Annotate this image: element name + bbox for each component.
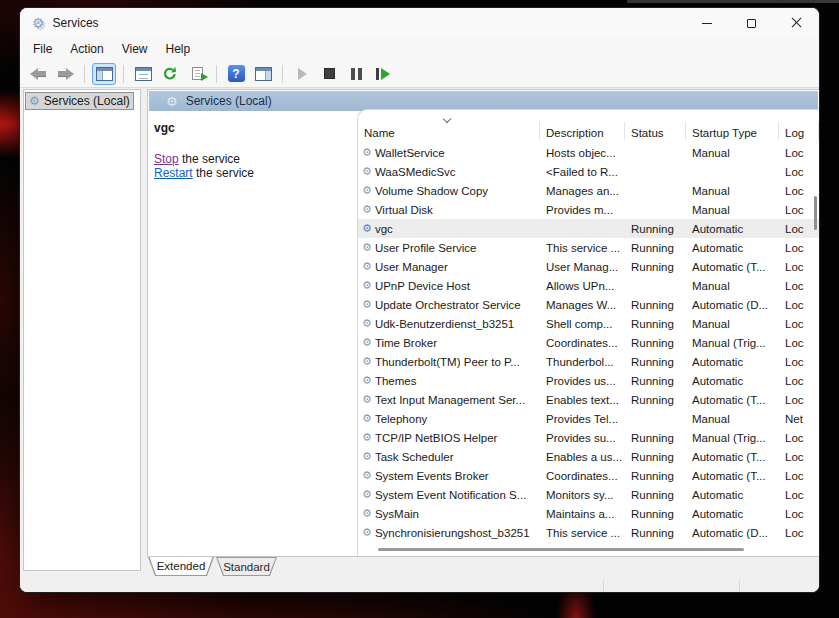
services-gear-icon: ⚙ — [29, 95, 40, 107]
minimize-icon — [702, 23, 712, 24]
service-startup-type: Automatic — [686, 242, 779, 254]
service-gear-icon: ⚙ — [362, 261, 372, 272]
stop-service-link[interactable]: Stop — [154, 152, 179, 166]
service-name: Volume Shadow Copy — [375, 185, 488, 197]
service-name: WalletService — [375, 147, 445, 159]
toolbar-separator — [84, 65, 85, 83]
table-row[interactable]: ⚙Udk-Benutzerdienst_b3251 Shell comp... … — [358, 314, 819, 333]
vertical-scrollbar[interactable] — [814, 196, 817, 230]
service-startup-type: Manual — [686, 413, 779, 425]
toolbar-separator — [123, 65, 124, 83]
table-row[interactable]: ⚙System Events Broker Coordinates... Run… — [358, 466, 819, 485]
table-row[interactable]: ⚙Task Scheduler Enables a us... Running … — [358, 447, 819, 466]
table-row[interactable]: ⚙WalletService Hosts objec... Manual Loc — [358, 143, 819, 162]
service-log-on-as: Loc — [779, 280, 819, 292]
restart-icon — [376, 68, 390, 80]
service-gear-icon: ⚙ — [362, 451, 372, 462]
service-name: UPnP Device Host — [375, 280, 470, 292]
service-description: Coordinates... — [540, 337, 625, 349]
services-window: ⚙ Services File Action View Help — [19, 7, 820, 593]
start-service-button[interactable] — [290, 63, 314, 85]
desktop-background: ⚙ Services File Action View Help — [0, 0, 839, 618]
maximize-button[interactable] — [729, 8, 774, 38]
service-log-on-as: Loc — [779, 147, 819, 159]
refresh-button[interactable] — [158, 63, 182, 85]
table-row[interactable]: ⚙SysMain Maintains a... Running Automati… — [358, 504, 819, 523]
show-console-tree-toggle[interactable] — [92, 63, 116, 85]
forward-button[interactable] — [53, 63, 77, 85]
service-description: Manages an... — [540, 185, 625, 197]
menu-file[interactable]: File — [24, 39, 61, 59]
service-description: Shell comp... — [540, 318, 625, 330]
service-description: Provides su... — [540, 432, 625, 444]
table-row[interactable]: ⚙Synchronisierungshost_b3251 This servic… — [358, 523, 819, 542]
selected-service-name: vgc — [154, 121, 354, 135]
panel-header-title: Services (Local) — [186, 94, 272, 108]
table-row[interactable]: ⚙Time Broker Coordinates... Running Manu… — [358, 333, 819, 352]
table-row[interactable]: ⚙Thunderbolt(TM) Peer to P... Thunderbol… — [358, 352, 819, 371]
table-row[interactable]: ⚙User Manager User Manag... Running Auto… — [358, 257, 819, 276]
service-name: User Manager — [375, 261, 448, 273]
stop-service-button[interactable] — [317, 63, 341, 85]
service-status: Running — [625, 337, 686, 349]
service-log-on-as: Loc — [779, 242, 819, 254]
show-action-pane-toggle[interactable] — [251, 63, 275, 85]
pause-service-button[interactable] — [344, 63, 368, 85]
tab-standard[interactable]: Standard — [216, 557, 277, 576]
column-header-status[interactable]: Status — [625, 110, 686, 143]
table-row[interactable]: ⚙Telephony Provides Tel... Manual Net — [358, 409, 819, 428]
table-row[interactable]: ⚙Volume Shadow Copy Manages an... Manual… — [358, 181, 819, 200]
service-gear-icon: ⚙ — [362, 470, 372, 481]
minimize-button[interactable] — [684, 8, 729, 38]
service-startup-type: Automatic — [686, 508, 779, 520]
toolbar: ? — [20, 60, 819, 88]
menu-action[interactable]: Action — [61, 39, 112, 59]
table-row[interactable]: ⚙Text Input Management Ser... Enables te… — [358, 390, 819, 409]
service-status: Running — [625, 508, 686, 520]
service-log-on-as: Loc — [779, 166, 819, 178]
close-button[interactable] — [774, 8, 819, 38]
service-gear-icon: ⚙ — [362, 280, 372, 291]
service-startup-type: Automatic (T... — [686, 261, 779, 273]
restart-service-button[interactable] — [371, 63, 395, 85]
service-gear-icon: ⚙ — [362, 318, 372, 329]
menu-view[interactable]: View — [113, 39, 157, 59]
column-header-description[interactable]: Description — [540, 110, 625, 143]
column-header-name[interactable]: Name — [358, 110, 540, 143]
help-button[interactable]: ? — [224, 63, 248, 85]
table-row[interactable]: ⚙WaaSMedicSvc <Failed to R... Loc — [358, 162, 819, 181]
table-row[interactable]: ⚙TCP/IP NetBIOS Helper Provides su... Ru… — [358, 428, 819, 447]
service-name: Text Input Management Ser... — [375, 394, 525, 406]
tree-item-services-local[interactable]: ⚙ Services (Local) — [25, 92, 134, 110]
tab-extended[interactable]: Extended — [148, 557, 214, 576]
column-header-startup-type[interactable]: Startup Type — [686, 110, 779, 143]
service-status: Running — [625, 451, 686, 463]
tree-item-label: Services (Local) — [44, 94, 130, 108]
service-gear-icon: ⚙ — [362, 242, 372, 253]
stop-icon — [324, 68, 335, 79]
back-button[interactable] — [26, 63, 50, 85]
restart-service-link[interactable]: Restart — [154, 166, 193, 180]
column-header-log-on-as[interactable]: Log — [779, 110, 819, 143]
horizontal-scrollbar[interactable] — [378, 548, 744, 551]
service-name: Time Broker — [375, 337, 437, 349]
service-log-on-as: Loc — [779, 394, 819, 406]
table-row[interactable]: ⚙User Profile Service This service ... R… — [358, 238, 819, 257]
table-row[interactable]: ⚙Themes Provides us... Running Automatic… — [358, 371, 819, 390]
table-row[interactable]: ⚙System Event Notification S... Monitors… — [358, 485, 819, 504]
table-row[interactable]: ⚙Virtual Disk Provides m... Manual Loc — [358, 200, 819, 219]
service-name: SysMain — [375, 508, 419, 520]
services-gear-icon: ⚙ — [32, 16, 45, 30]
properties-button[interactable] — [131, 63, 155, 85]
export-list-button[interactable] — [185, 63, 209, 85]
table-row[interactable]: ⚙Update Orchestrator Service Manages W..… — [358, 295, 819, 314]
menu-help[interactable]: Help — [157, 39, 200, 59]
service-description: Enables a us... — [540, 451, 625, 463]
service-gear-icon: ⚙ — [362, 432, 372, 443]
service-gear-icon: ⚙ — [362, 394, 372, 405]
table-row[interactable]: ⚙UPnP Device Host Allows UPn... Manual L… — [358, 276, 819, 295]
service-description: Hosts objec... — [540, 147, 625, 159]
table-row[interactable]: ⚙vgc Running Automatic Loc — [358, 219, 819, 238]
service-status: Running — [625, 470, 686, 482]
services-table-body: ⚙WalletService Hosts objec... Manual Loc… — [358, 143, 819, 556]
